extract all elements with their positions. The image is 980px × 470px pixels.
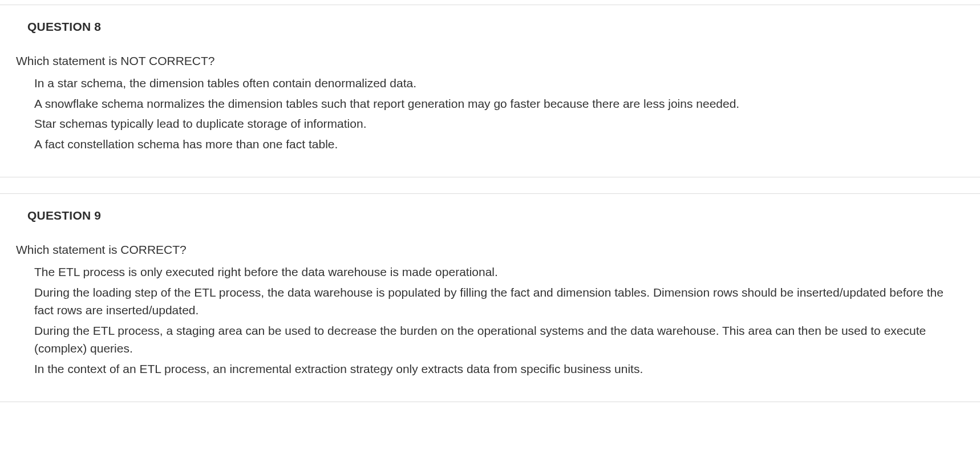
question-header: QUESTION 8: [0, 18, 980, 36]
answer-option[interactable]: In the context of an ETL process, an inc…: [34, 359, 953, 379]
page: QUESTION 8 Which statement is NOT CORREC…: [0, 5, 980, 402]
question-header: QUESTION 9: [0, 206, 980, 225]
question-block: QUESTION 8 Which statement is NOT CORREC…: [0, 5, 980, 177]
answer-option[interactable]: A fact constellation schema has more tha…: [34, 134, 953, 155]
question-block: QUESTION 9 Which statement is CORRECT? T…: [0, 193, 980, 402]
answer-option[interactable]: During the loading step of the ETL proce…: [34, 282, 953, 321]
question-prompt: Which statement is CORRECT?: [0, 241, 980, 259]
answer-list: In a star schema, the dimension tables o…: [0, 73, 980, 154]
answer-option[interactable]: During the ETL process, a staging area c…: [34, 321, 953, 359]
answer-option[interactable]: In a star schema, the dimension tables o…: [34, 73, 953, 94]
answer-list: The ETL process is only executed right b…: [0, 262, 980, 379]
answer-option[interactable]: The ETL process is only executed right b…: [34, 262, 953, 282]
answer-option[interactable]: A snowflake schema normalizes the dimens…: [34, 94, 953, 114]
answer-option[interactable]: Star schemas typically lead to duplicate…: [34, 114, 953, 134]
question-prompt: Which statement is NOT CORRECT?: [0, 52, 980, 70]
